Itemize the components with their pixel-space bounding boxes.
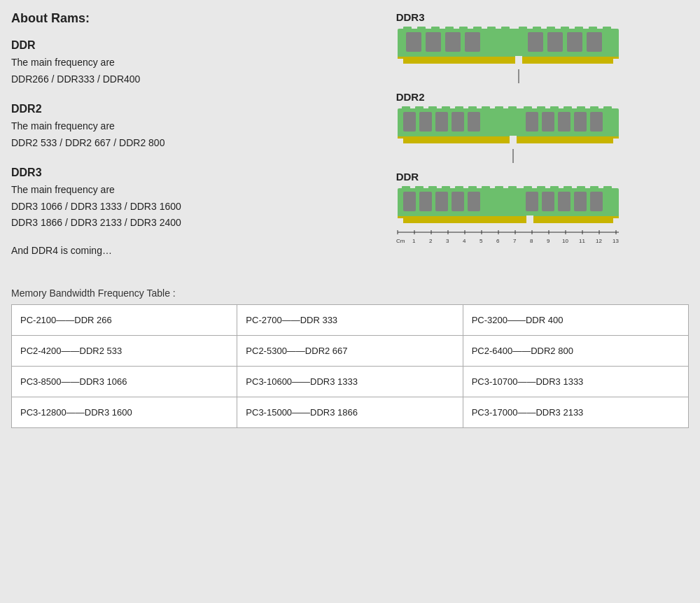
table-body: PC-2100——DDR 266 PC-2700——DDR 333 PC-320… [12, 304, 689, 427]
svg-rect-15 [603, 27, 611, 32]
ddr-block: DDR [396, 171, 634, 252]
ddr2-freq-line1: The main frequency are [11, 118, 327, 135]
svg-text:9: 9 [547, 238, 550, 244]
table-cell: PC-2100——DDR 266 [12, 304, 237, 335]
svg-rect-65 [442, 186, 450, 192]
svg-text:8: 8 [530, 238, 533, 244]
right-panel: DDR3 [341, 11, 689, 271]
ddr4-note-section: And DDR4 is coming… [11, 243, 327, 260]
title-text: About Rams [11, 11, 85, 25]
ddr-diagram-label: DDR [396, 171, 634, 183]
svg-rect-39 [524, 106, 532, 112]
svg-rect-74 [564, 186, 572, 192]
ddr-ram-svg [396, 185, 620, 227]
svg-rect-72 [537, 186, 545, 192]
svg-text:2: 2 [429, 238, 433, 244]
svg-rect-69 [495, 186, 503, 192]
svg-rect-33 [442, 106, 450, 112]
svg-rect-23 [587, 32, 602, 52]
svg-text:Cm: Cm [396, 238, 405, 244]
svg-rect-58 [613, 139, 619, 143]
svg-rect-49 [451, 112, 464, 132]
svg-rect-11 [547, 27, 555, 32]
about-title: About Rams: [11, 11, 327, 26]
svg-rect-13 [575, 27, 583, 32]
svg-rect-88 [398, 216, 619, 223]
table-title: Memory Bandwidth Frequency Table : [11, 288, 689, 299]
svg-rect-55 [590, 112, 603, 132]
svg-rect-16 [406, 32, 421, 52]
ddr2-ram-svg [396, 105, 620, 147]
ddr2-diagram-label: DDR2 [396, 91, 634, 103]
svg-text:7: 7 [513, 238, 517, 244]
svg-rect-82 [468, 192, 480, 211]
svg-rect-17 [426, 32, 441, 52]
main-layout: About Rams: DDR The main frequency are D… [11, 11, 689, 271]
svg-rect-57 [398, 139, 403, 143]
ddr-section: DDR The main frequency are DDR266 / DDR3… [11, 36, 327, 88]
svg-rect-87 [590, 192, 603, 211]
svg-rect-35 [468, 106, 477, 112]
svg-rect-38 [508, 106, 517, 112]
svg-rect-48 [435, 112, 448, 132]
svg-rect-6 [473, 27, 482, 32]
ddr-freq-line1: The main frequency are [11, 55, 327, 71]
svg-rect-75 [577, 186, 585, 192]
svg-rect-21 [547, 32, 563, 52]
svg-rect-32 [428, 106, 437, 112]
svg-rect-90 [613, 218, 619, 223]
svg-rect-52 [542, 112, 554, 132]
svg-text:4: 4 [463, 238, 466, 244]
table-cell: PC-3200——DDR 400 [463, 304, 688, 335]
svg-rect-36 [482, 106, 490, 112]
svg-rect-51 [526, 112, 538, 132]
svg-rect-80 [435, 192, 448, 211]
svg-rect-40 [537, 106, 545, 112]
svg-rect-91 [526, 215, 533, 224]
svg-rect-66 [455, 186, 463, 192]
svg-rect-14 [589, 27, 597, 32]
svg-text:5: 5 [479, 238, 483, 244]
table-row: PC3-12800——DDR3 1600 PC3-15000——DDR3 186… [12, 397, 689, 427]
svg-rect-63 [415, 186, 424, 192]
svg-rect-83 [526, 192, 538, 211]
svg-text:1: 1 [412, 238, 416, 244]
svg-rect-68 [482, 186, 490, 192]
svg-rect-50 [468, 112, 480, 132]
diagram-wrapper: DDR3 [396, 11, 634, 257]
svg-rect-1 [403, 27, 412, 32]
ddr2-notch-line [396, 149, 620, 163]
ddr2-label: DDR2 [11, 99, 327, 118]
svg-rect-42 [564, 106, 572, 112]
svg-rect-5 [459, 27, 468, 32]
svg-rect-22 [567, 32, 582, 52]
ddr-label: DDR [11, 36, 327, 55]
svg-rect-64 [428, 186, 437, 192]
svg-rect-18 [445, 32, 461, 52]
svg-rect-70 [508, 186, 517, 192]
svg-text:10: 10 [562, 238, 568, 244]
svg-rect-19 [465, 32, 480, 52]
svg-rect-44 [590, 106, 598, 112]
svg-rect-7 [487, 27, 496, 32]
svg-rect-9 [519, 27, 527, 32]
table-cell: PC3-10700——DDR3 1333 [463, 366, 688, 397]
svg-rect-34 [455, 106, 463, 112]
table-cell: PC3-12800——DDR3 1600 [12, 397, 237, 427]
svg-rect-71 [524, 186, 532, 192]
svg-rect-76 [590, 186, 598, 192]
svg-rect-24 [398, 57, 619, 64]
svg-rect-67 [468, 186, 477, 192]
svg-rect-2 [417, 27, 426, 32]
svg-rect-53 [558, 112, 570, 132]
svg-rect-89 [398, 218, 403, 223]
table-cell: PC2-5300——DDR2 667 [237, 335, 463, 366]
bandwidth-table: PC-2100——DDR 266 PC-2700——DDR 333 PC-320… [11, 304, 689, 428]
svg-rect-81 [451, 192, 464, 211]
ddr4-note: And DDR4 is coming… [11, 243, 327, 260]
svg-text:6: 6 [496, 238, 500, 244]
svg-rect-43 [577, 106, 585, 112]
title-colon: : [85, 11, 90, 25]
ddr3-notch-line [396, 69, 620, 83]
table-cell: PC2-6400——DDR2 800 [463, 335, 688, 366]
